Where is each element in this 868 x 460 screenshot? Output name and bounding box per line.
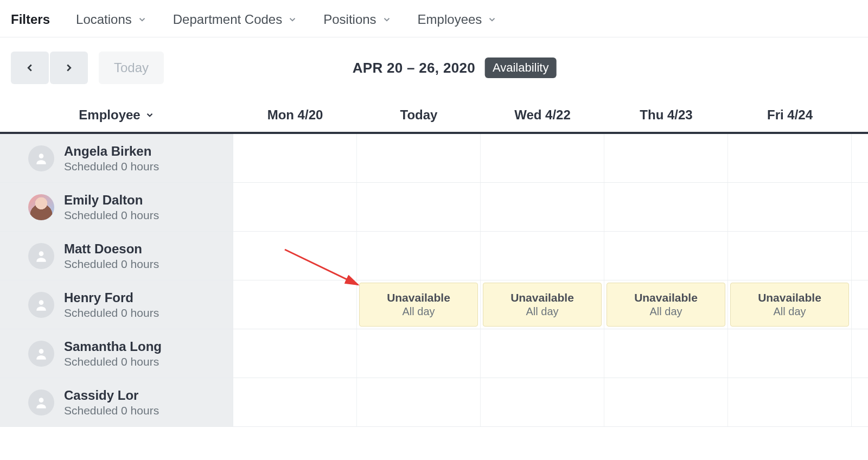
day-cell[interactable]: [728, 378, 852, 426]
day-header: Thu 4/23: [604, 107, 728, 123]
filter-locations[interactable]: Locations: [76, 12, 147, 27]
employee-info: Emily DaltonScheduled 0 hours: [64, 193, 159, 222]
chevron-down-icon: [145, 110, 155, 120]
unavailable-block[interactable]: UnavailableAll day: [359, 283, 478, 327]
day-cell[interactable]: UnavailableAll day: [604, 280, 728, 329]
day-header: Fri 4/24: [728, 107, 852, 123]
filter-employees[interactable]: Employees: [418, 12, 497, 27]
toolbar: Today APR 20 – 26, 2020 Availability: [0, 37, 868, 98]
day-cell[interactable]: [604, 232, 728, 280]
day-cell[interactable]: [481, 232, 604, 280]
svg-point-4: [39, 349, 44, 354]
employee-cell[interactable]: Matt DoesonScheduled 0 hours: [0, 232, 233, 280]
employee-name: Cassidy Lor: [64, 388, 159, 403]
unavailable-block[interactable]: UnavailableAll day: [607, 283, 725, 327]
day-cell[interactable]: [233, 183, 357, 231]
unavailable-detail: All day: [649, 305, 682, 318]
day-cell[interactable]: [604, 134, 728, 182]
day-cell[interactable]: [357, 232, 481, 280]
filter-bar: Filters Locations Department Codes Posit…: [0, 0, 868, 37]
table-row: Emily DaltonScheduled 0 hours: [0, 183, 868, 232]
avatar-placeholder: [28, 243, 54, 269]
day-cell[interactable]: [604, 378, 728, 426]
filter-department-codes-label: Department Codes: [173, 12, 282, 27]
employee-name: Henry Ford: [64, 290, 159, 305]
prev-week-button[interactable]: [11, 52, 49, 84]
employee-cell[interactable]: Cassidy LorScheduled 0 hours: [0, 378, 233, 426]
today-button[interactable]: Today: [99, 52, 164, 84]
unavailable-title: Unavailable: [510, 291, 574, 304]
day-cell[interactable]: [233, 378, 357, 426]
filter-positions-label: Positions: [323, 12, 376, 27]
employee-scheduled-hours: Scheduled 0 hours: [64, 404, 159, 417]
chevron-down-icon: [137, 15, 147, 24]
unavailable-detail: All day: [526, 305, 558, 318]
employee-info: Cassidy LorScheduled 0 hours: [64, 388, 159, 417]
table-row: Cassidy LorScheduled 0 hours: [0, 378, 868, 427]
day-cell[interactable]: [728, 232, 852, 280]
day-cell[interactable]: [357, 183, 481, 231]
table-row: Angela BirkenScheduled 0 hours: [0, 134, 868, 183]
day-cell[interactable]: [357, 134, 481, 182]
day-header: Wed 4/22: [481, 107, 604, 123]
avatar-placeholder: [28, 341, 54, 367]
employee-column-header[interactable]: Employee: [0, 107, 233, 123]
unavailable-detail: All day: [773, 305, 806, 318]
week-nav: [11, 52, 88, 84]
filters-label: Filters: [11, 12, 50, 27]
avatar-placeholder: [28, 292, 54, 318]
unavailable-block[interactable]: UnavailableAll day: [483, 283, 602, 327]
day-cell[interactable]: UnavailableAll day: [728, 280, 852, 329]
day-cell[interactable]: [481, 183, 604, 231]
filter-positions[interactable]: Positions: [323, 12, 391, 27]
day-cell[interactable]: [728, 329, 852, 378]
day-cell[interactable]: [481, 134, 604, 182]
employee-info: Henry FordScheduled 0 hours: [64, 290, 159, 320]
employee-cell[interactable]: Angela BirkenScheduled 0 hours: [0, 134, 233, 182]
employee-name: Matt Doeson: [64, 241, 159, 257]
day-cell[interactable]: [233, 134, 357, 182]
grid-header: Employee Mon 4/20 Today Wed 4/22 Thu 4/2…: [0, 98, 868, 132]
employee-name: Angela Birken: [64, 144, 159, 159]
day-cell[interactable]: [728, 183, 852, 231]
day-cell[interactable]: UnavailableAll day: [481, 280, 604, 329]
day-cell[interactable]: [604, 183, 728, 231]
chevron-left-icon: [24, 62, 36, 74]
unavailable-title: Unavailable: [634, 291, 698, 304]
day-cell[interactable]: [481, 378, 604, 426]
employee-cell[interactable]: Emily DaltonScheduled 0 hours: [0, 183, 233, 231]
day-cell[interactable]: [233, 232, 357, 280]
employee-cell[interactable]: Henry FordScheduled 0 hours: [0, 280, 233, 329]
day-cell[interactable]: [233, 280, 357, 329]
avatar-photo: [28, 194, 54, 220]
chevron-down-icon: [382, 15, 392, 24]
svg-point-1: [39, 154, 44, 158]
day-cell[interactable]: [357, 329, 481, 378]
svg-point-3: [39, 300, 44, 305]
next-week-button[interactable]: [50, 52, 88, 84]
day-cell[interactable]: [481, 329, 604, 378]
day-header: Today: [357, 107, 481, 123]
unavailable-block[interactable]: UnavailableAll day: [730, 283, 849, 327]
table-row: Matt DoesonScheduled 0 hours: [0, 232, 868, 280]
filter-department-codes[interactable]: Department Codes: [173, 12, 297, 27]
employee-scheduled-hours: Scheduled 0 hours: [64, 209, 159, 222]
day-cell[interactable]: UnavailableAll day: [357, 280, 481, 329]
date-range: APR 20 – 26, 2020: [353, 60, 475, 76]
availability-badge[interactable]: Availability: [485, 58, 557, 78]
employee-name: Emily Dalton: [64, 193, 159, 208]
chevron-down-icon: [288, 15, 297, 24]
table-row: Samantha LongScheduled 0 hours: [0, 329, 868, 378]
avatar-placeholder: [28, 145, 54, 171]
svg-point-5: [39, 398, 44, 403]
employee-cell[interactable]: Samantha LongScheduled 0 hours: [0, 329, 233, 378]
day-cell[interactable]: [233, 329, 357, 378]
day-cell[interactable]: [357, 378, 481, 426]
employee-info: Samantha LongScheduled 0 hours: [64, 339, 162, 368]
filter-locations-label: Locations: [76, 12, 132, 27]
avatar-placeholder: [28, 389, 54, 416]
day-cell[interactable]: [604, 329, 728, 378]
filter-employees-label: Employees: [418, 12, 482, 27]
day-cell[interactable]: [728, 134, 852, 182]
table-row: Henry FordScheduled 0 hoursUnavailableAl…: [0, 280, 868, 329]
